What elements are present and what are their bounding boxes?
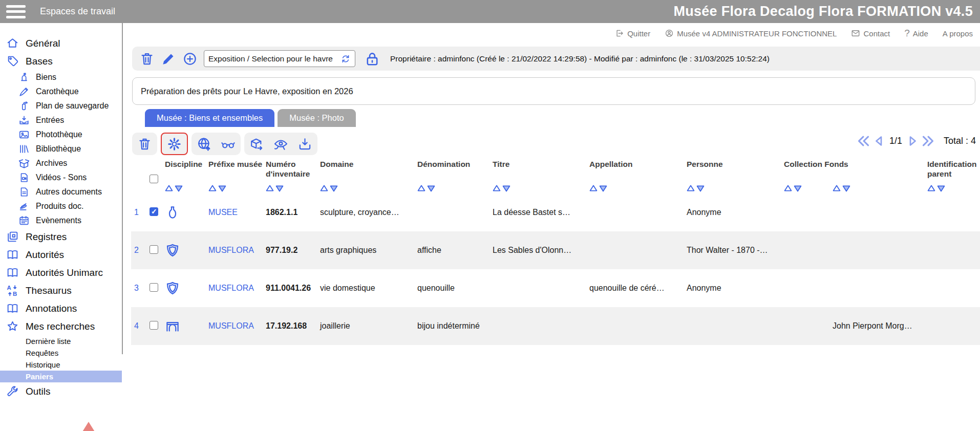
sort-asc-icon[interactable]: [320, 184, 328, 192]
row-number[interactable]: 2: [131, 246, 146, 255]
sidebar-item-bibliotheque[interactable]: Bibliothèque: [0, 142, 123, 156]
sidebar-item-historique[interactable]: Historique: [0, 359, 123, 371]
row-checkbox[interactable]: [150, 207, 158, 216]
delete-selection-button[interactable]: [137, 137, 152, 152]
sidebar-item-autres-documents[interactable]: Autres documents: [0, 185, 123, 199]
sidebar-item-registres[interactable]: Registres: [0, 228, 123, 246]
sort-desc-icon[interactable]: [696, 184, 705, 192]
delete-basket-button[interactable]: [139, 51, 155, 67]
sort-asc-icon[interactable]: [417, 184, 425, 192]
tab-photo[interactable]: Musée : Photo: [278, 109, 355, 127]
sidebar-item-thesaurus[interactable]: ABThesaurus: [0, 282, 123, 299]
sidebar-item-annotations[interactable]: Annotations: [0, 299, 123, 317]
sidebar-item-carotheque[interactable]: Carothèque: [0, 84, 123, 99]
sort-desc-icon[interactable]: [427, 184, 435, 192]
sidebar-item-derniere-liste[interactable]: Dernière liste: [0, 335, 123, 347]
sort-asc-icon[interactable]: [833, 184, 841, 192]
download-button[interactable]: [297, 137, 312, 152]
last-page-icon[interactable]: [921, 134, 935, 148]
sidebar-item-label: Outils: [26, 386, 51, 397]
sidebar-item-mes-recherches[interactable]: Mes recherches: [0, 317, 123, 335]
row-checkbox[interactable]: [150, 283, 158, 292]
basket-select[interactable]: Exposition / Selection pour le havre: [204, 50, 355, 67]
first-page-icon[interactable]: [857, 134, 870, 148]
sort-asc-icon[interactable]: [927, 184, 935, 192]
results-toolbar: 1/1 Total : 4: [132, 132, 980, 156]
apropos-button[interactable]: A propos: [943, 29, 973, 38]
sidebar-item-evenements[interactable]: Evènements: [0, 213, 123, 228]
crest-icon: [162, 281, 205, 296]
workspace-label[interactable]: Espaces de travail: [40, 6, 115, 17]
refresh-icon[interactable]: [340, 54, 351, 64]
open-book-icon: [6, 248, 19, 261]
video-file-icon: [18, 172, 30, 183]
sidebar-item-bases[interactable]: Bases: [0, 52, 123, 70]
denomination-cell: affiche: [414, 246, 489, 255]
menu-icon[interactable]: [6, 5, 26, 18]
sort-desc-icon[interactable]: [175, 184, 183, 192]
sidebar-item-paniers[interactable]: Paniers: [0, 371, 122, 382]
sidebar-item-archives[interactable]: Archives: [0, 156, 123, 170]
sidebar-item-entrees[interactable]: Entrées: [0, 113, 123, 127]
view-selection-button[interactable]: [221, 137, 236, 152]
sort-desc-icon[interactable]: [842, 184, 850, 192]
sort-asc-icon[interactable]: [589, 184, 598, 192]
sidebar-item-label: Requêtes: [26, 349, 58, 357]
sort-asc-icon[interactable]: [266, 184, 274, 192]
prev-page-icon[interactable]: [872, 134, 886, 148]
sort-desc-icon[interactable]: [502, 184, 510, 192]
sort-asc-icon[interactable]: [493, 184, 501, 192]
column-header-discipline: Discipline: [165, 159, 205, 183]
sidebar-item-produits-doc[interactable]: Produits doc.: [0, 199, 123, 213]
sidebar-item-biens[interactable]: Biens: [0, 70, 123, 84]
publish-web-button[interactable]: [197, 137, 211, 152]
museum-prefix-link[interactable]: MUSFLORA: [205, 284, 263, 293]
edit-basket-button[interactable]: [161, 51, 176, 67]
sort-desc-icon[interactable]: [330, 184, 338, 192]
horus-view-button[interactable]: [273, 137, 288, 152]
sidebar-item-requetes[interactable]: Requêtes: [0, 347, 123, 359]
sort-desc-icon[interactable]: [218, 184, 226, 192]
sidebar-item-autorites[interactable]: Autorités: [0, 246, 123, 264]
sidebar-item-general[interactable]: Général: [0, 34, 123, 52]
next-page-icon[interactable]: [906, 134, 920, 148]
museum-prefix-link[interactable]: MUSEE: [205, 208, 263, 217]
sort-asc-icon[interactable]: [687, 184, 695, 192]
museum-prefix-link[interactable]: MUSFLORA: [205, 321, 263, 331]
column-header-collection-fonds: Collection Fonds: [784, 159, 924, 183]
sort-asc-icon[interactable]: [208, 184, 217, 192]
sidebar-item-phototheque[interactable]: Photothèque: [0, 127, 123, 142]
sort-desc-icon[interactable]: [599, 184, 607, 192]
user-account-button[interactable]: Musée v4 ADMINISTRATEUR FONCTIONNEL: [665, 29, 837, 38]
sort-asc-icon[interactable]: [784, 184, 792, 192]
inventory-number: 977.19.2: [263, 246, 317, 255]
basket-description[interactable]: Préparation des prêts pour Le Havre, exp…: [132, 77, 975, 105]
sidebar-item-autorites-unimarc[interactable]: Autorités Unimarc: [0, 264, 123, 282]
sort-asc-icon[interactable]: [165, 184, 173, 192]
add-basket-button[interactable]: [182, 51, 198, 67]
app-header: Espaces de travail Musée Flora Decalog F…: [0, 0, 980, 23]
sort-desc-icon[interactable]: [794, 184, 802, 192]
lock-icon[interactable]: [364, 50, 381, 68]
scroll-indicator-icon[interactable]: [81, 422, 96, 431]
tab-biens-et-ensembles[interactable]: Musée : Biens et ensembles: [145, 109, 274, 127]
contact-button[interactable]: Contact: [851, 29, 890, 38]
row-number[interactable]: 3: [131, 284, 146, 293]
sidebar-item-plan-de-sauvegarde[interactable]: Plan de sauvegarde: [0, 99, 123, 113]
row-checkbox[interactable]: [150, 321, 158, 330]
sidebar-item-videos-sons[interactable]: Vidéos - Sons: [0, 170, 123, 185]
export-box-button[interactable]: [249, 137, 264, 152]
row-number[interactable]: 1: [131, 208, 146, 217]
museum-prefix-link[interactable]: MUSFLORA: [205, 246, 263, 255]
row-number[interactable]: 4: [131, 321, 146, 331]
sort-desc-icon[interactable]: [275, 184, 284, 192]
sort-desc-icon[interactable]: [937, 184, 945, 192]
actions-gear-button[interactable]: [167, 137, 182, 152]
core-drill-icon: [18, 86, 30, 97]
select-all-checkbox[interactable]: [150, 175, 158, 183]
sidebar-item-outils[interactable]: Outils: [0, 382, 123, 400]
quitter-button[interactable]: Quitter: [615, 29, 650, 38]
row-checkbox[interactable]: [150, 245, 158, 254]
calendar-icon: [18, 215, 30, 226]
aide-button[interactable]: ? Aide: [904, 28, 928, 39]
